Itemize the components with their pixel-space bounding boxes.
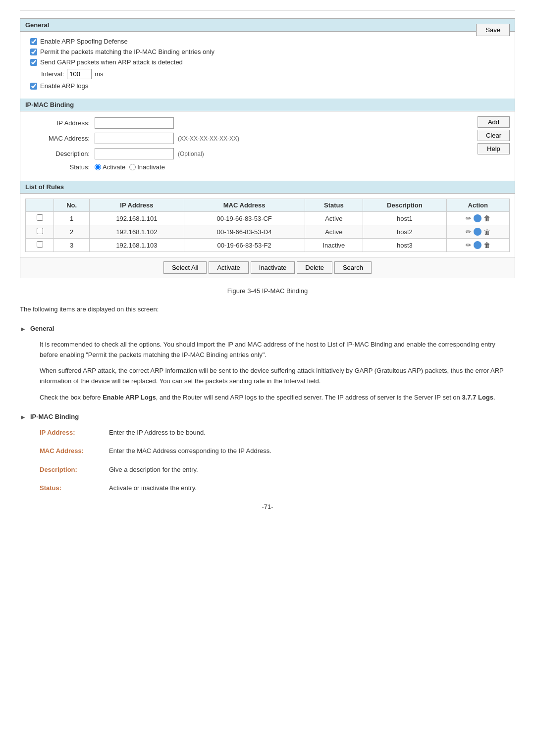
row2-status: Active (305, 225, 363, 239)
interval-row: Interval: ms (41, 69, 505, 79)
mac-address-hint: (XX-XX-XX-XX-XX-XX) (178, 135, 239, 142)
general-desc-body: It is recommended to check all the optio… (40, 340, 515, 403)
row3-mac: 00-19-66-83-53-F2 (184, 239, 305, 252)
row2-no: 2 (54, 225, 90, 239)
general-para-1: It is recommended to check all the optio… (40, 340, 515, 360)
inactivate-radio[interactable] (129, 164, 136, 170)
row3-action: ✏ 🗑 (446, 239, 509, 252)
row2-desc: host2 (363, 225, 446, 239)
list-item-desc-desc: Give a description for the entry. (109, 465, 198, 475)
row2-checkbox[interactable] (37, 228, 43, 234)
list-of-rules-section: List of Rules No. IP Address MAC Address… (20, 181, 515, 278)
col-no: No. (54, 199, 90, 212)
checkbox-row-4: Enable ARP logs (30, 82, 505, 90)
activate-label: Activate (103, 163, 125, 171)
enable-arp-logs-label: Enable ARP logs (40, 82, 88, 90)
row2-deactivate-icon[interactable] (474, 228, 482, 236)
mac-address-row: MAC Address: (XX-XX-XX-XX-XX-XX) (30, 133, 505, 144)
description-input[interactable] (95, 148, 174, 159)
permit-packets-checkbox[interactable] (30, 49, 37, 55)
row3-edit-icon[interactable]: ✏ (466, 241, 472, 249)
ip-mac-binding-section: IP-MAC Binding Add Clear Help IP Address… (20, 99, 515, 181)
description-row: Description: (Optional) (30, 148, 505, 159)
list-item-status-desc: Activate or inactivate the entry. (109, 483, 197, 493)
interval-input[interactable] (67, 69, 92, 79)
row1-deactivate-icon[interactable] (474, 214, 482, 222)
list-item-mac-label: MAC Address: (40, 446, 109, 456)
arp-logs-bold: Enable ARP Logs (103, 394, 156, 401)
row2-delete-icon[interactable]: 🗑 (483, 228, 490, 236)
description-section: The following items are displayed on thi… (20, 304, 515, 315)
table-row: 3 192.168.1.103 00-19-66-83-53-F2 Inacti… (26, 239, 510, 252)
activate-button[interactable]: Activate (209, 261, 248, 274)
logs-ref-bold: 3.7.7 Logs (462, 394, 493, 401)
status-row: Status: Activate Inactivate (30, 163, 505, 171)
row3-ip: 192.168.1.103 (90, 239, 184, 252)
send-garp-label: Send GARP packets when ARP attack is det… (40, 58, 183, 66)
row2-action: ✏ 🗑 (446, 225, 509, 239)
search-button[interactable]: Search (334, 261, 372, 274)
row1-desc: host1 (363, 212, 446, 225)
table-row: 2 192.168.1.102 00-19-66-83-53-D4 Active… (26, 225, 510, 239)
list-item-mac-desc: Enter the MAC Address corresponding to t… (109, 446, 271, 456)
send-garp-checkbox[interactable] (30, 59, 37, 66)
activate-radio-label[interactable]: Activate (95, 163, 125, 171)
row2-mac: 00-19-66-83-53-D4 (184, 225, 305, 239)
list-of-rules-body: No. IP Address MAC Address Status Descri… (20, 194, 515, 257)
row1-action: ✏ 🗑 (446, 212, 509, 225)
enable-arp-logs-checkbox[interactable] (30, 83, 37, 90)
select-all-button[interactable]: Select All (163, 261, 207, 274)
list-of-rules-header: List of Rules (20, 181, 515, 194)
ip-mac-binding-desc-list: IP Address: Enter the IP Address to be b… (40, 428, 515, 493)
row3-checkbox-cell (26, 239, 54, 252)
interval-unit: ms (95, 70, 103, 78)
row3-activate-icon[interactable] (474, 241, 482, 249)
inactivate-button[interactable]: Inactivate (251, 261, 295, 274)
save-button[interactable]: Save (476, 24, 510, 36)
enable-arp-spoofing-checkbox[interactable] (30, 38, 37, 45)
general-arrow-icon: ► (20, 325, 26, 333)
mac-address-input[interactable] (95, 133, 174, 144)
activate-radio[interactable] (95, 164, 101, 170)
row2-edit-icon[interactable]: ✏ (466, 228, 472, 236)
ip-mac-binding-arrow-icon: ► (20, 413, 26, 421)
col-mac: MAC Address (184, 199, 305, 212)
row1-ip: 192.168.1.101 (90, 212, 184, 225)
col-checkbox (26, 199, 54, 212)
row1-delete-icon[interactable]: 🗑 (483, 214, 490, 222)
description-intro: The following items are displayed on thi… (20, 304, 515, 315)
list-item-ip-label: IP Address: (40, 428, 109, 438)
ip-address-input[interactable] (95, 117, 174, 129)
checkbox-row-3: Send GARP packets when ARP attack is det… (30, 58, 505, 66)
ip-address-label: IP Address: (30, 119, 95, 127)
mac-address-label: MAC Address: (30, 135, 95, 142)
list-item-ip-desc: Enter the IP Address to be bound. (109, 428, 206, 438)
list-item-description: Description: Give a description for the … (40, 465, 515, 475)
general-desc-title-row: ► General (20, 325, 515, 333)
row1-checkbox[interactable] (37, 214, 43, 221)
permit-packets-label: Permit the packets matching the IP-MAC B… (40, 48, 214, 55)
row3-delete-icon[interactable]: 🗑 (483, 241, 490, 249)
inactivate-radio-label[interactable]: Inactivate (129, 163, 165, 171)
table-row: 1 192.168.1.101 00-19-66-83-53-CF Active… (26, 212, 510, 225)
clear-button[interactable]: Clear (478, 130, 510, 141)
help-button[interactable]: Help (478, 143, 510, 154)
delete-button[interactable]: Delete (297, 261, 332, 274)
ip-mac-binding-body: Add Clear Help IP Address: MAC Address: … (20, 111, 515, 181)
page-number: -71- (20, 503, 515, 510)
row3-desc: host3 (363, 239, 446, 252)
row1-checkbox-cell (26, 212, 54, 225)
checkbox-row-1: Enable ARP Spoofing Defense (30, 38, 505, 45)
status-radio-group: Activate Inactivate (95, 163, 165, 171)
add-button[interactable]: Add (478, 116, 510, 128)
list-item-desc-label: Description: (40, 465, 109, 475)
row1-action-icons: ✏ 🗑 (451, 214, 505, 222)
general-header: General (20, 19, 515, 32)
row1-mac: 00-19-66-83-53-CF (184, 212, 305, 225)
row1-edit-icon[interactable]: ✏ (466, 214, 472, 222)
row3-checkbox[interactable] (37, 241, 43, 248)
row1-no: 1 (54, 212, 90, 225)
ip-address-row: IP Address: (30, 117, 505, 129)
description-input-wrapper (95, 148, 174, 159)
status-label: Status: (30, 163, 95, 171)
